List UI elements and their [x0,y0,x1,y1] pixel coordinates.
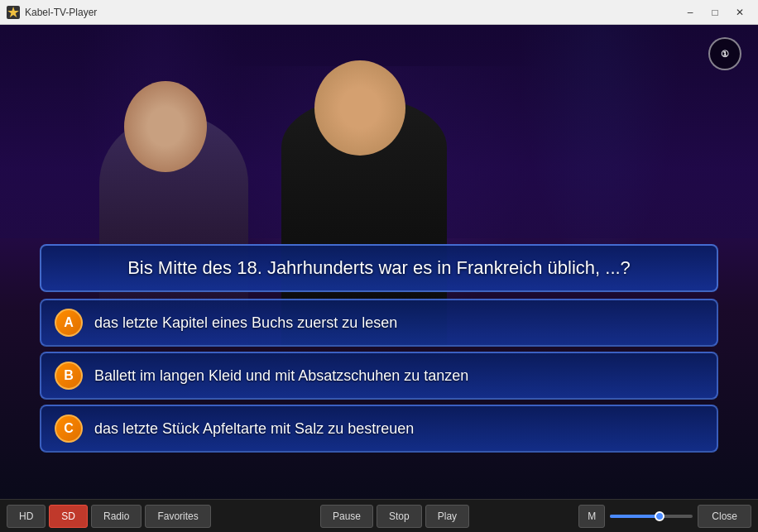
answer-letter-c: C [55,415,83,443]
answer-text-a: das letzte Kapitel eines Buchs zuerst zu… [94,314,397,332]
volume-slider[interactable] [610,515,693,518]
ard-logo-text: ① [721,49,729,60]
answer-letter-a: A [55,309,83,337]
stop-button[interactable]: Stop [377,505,422,528]
toolbar: HD SD Radio Favorites Pause Stop Play M … [0,499,758,532]
app-icon: ★ [7,6,20,19]
quiz-overlay: Bis Mitte des 18. Jahrhunderts war es in… [40,244,718,458]
hd-button[interactable]: HD [7,505,46,528]
channel-logo: ① [708,37,741,70]
minimize-button[interactable]: – [679,4,702,21]
favorites-button[interactable]: Favorites [145,505,210,528]
question-text: Bis Mitte des 18. Jahrhunderts war es in… [127,257,631,278]
maximize-button[interactable]: □ [703,4,727,21]
title-bar-left: ★ Kabel-TV-Player [7,6,97,19]
pause-button[interactable]: Pause [320,505,373,528]
volume-handle[interactable] [655,511,664,521]
play-button[interactable]: Play [425,505,469,528]
video-area: ① Bis Mitte des 18. Jahrhunderts war es … [0,25,758,499]
window-close-button[interactable]: ✕ [728,4,751,21]
answer-text-b: Ballett im langen Kleid und mit Absatzsc… [94,367,468,385]
answer-box-a: A das letzte Kapitel eines Buchs zuerst … [40,299,718,347]
answer-box-c: C das letzte Stück Apfeltarte mit Salz z… [40,405,718,453]
mute-button[interactable]: M [578,505,605,528]
answer-text-c: das letzte Stück Apfeltarte mit Salz zu … [94,420,414,438]
star-icon: ★ [7,5,20,20]
volume-fill [610,515,660,518]
close-button[interactable]: Close [698,505,751,528]
radio-button[interactable]: Radio [91,505,142,528]
question-box: Bis Mitte des 18. Jahrhunderts war es in… [40,244,718,292]
answer-box-b: B Ballett im langen Kleid und mit Absatz… [40,352,718,400]
answer-letter-b: B [55,362,83,390]
toolbar-right: M Close [578,505,751,528]
sd-button[interactable]: SD [49,505,88,528]
window-title: Kabel-TV-Player [25,7,97,18]
title-bar: ★ Kabel-TV-Player – □ ✕ [0,0,758,25]
window-controls: – □ ✕ [679,4,751,21]
